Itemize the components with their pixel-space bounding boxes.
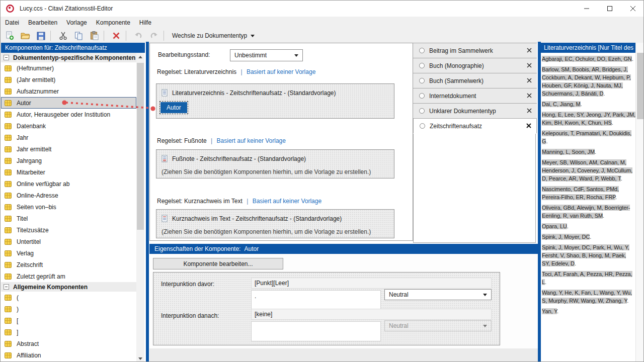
sidebar-item-bracket-close[interactable]: ]: [1, 326, 136, 338]
scroll-up-icon[interactable]: [136, 53, 144, 61]
sidebar-item-bracket-open[interactable]: [: [1, 315, 136, 326]
sidebar-item-aufsatznummer[interactable]: Aufsatznummer: [1, 85, 136, 97]
bib-entry[interactable]: Oliveira, GBd, Alewijn, M, Boerrigter-Ee…: [542, 204, 635, 220]
scrollbar-thumb[interactable]: [637, 53, 643, 119]
close-icon[interactable]: [527, 47, 532, 54]
sidebar-item-paren-open[interactable]: (: [1, 292, 136, 303]
tab-buch-monographie[interactable]: Buch (Monographie): [413, 58, 537, 73]
open-button[interactable]: [19, 30, 32, 42]
editing-status-select[interactable]: Unbestimmt: [230, 49, 303, 61]
menu-bearbeiten[interactable]: Bearbeiten: [24, 17, 62, 29]
maximize-button[interactable]: [598, 1, 621, 17]
save-button[interactable]: [34, 30, 47, 42]
punct-after-mode-select[interactable]: Neutral: [384, 320, 492, 331]
splitter-right[interactable]: [538, 42, 541, 362]
based-on-link[interactable]: Basiert auf keiner Vorlage: [253, 198, 321, 205]
sidebar-item-zeitschrift[interactable]: Zeitschrift: [1, 259, 136, 270]
radio-icon[interactable]: [419, 63, 425, 68]
menu-komponente[interactable]: Komponente: [92, 17, 135, 29]
autor-chip[interactable]: Autor: [159, 101, 188, 114]
radio-icon[interactable]: [419, 48, 425, 53]
paste-button[interactable]: [88, 30, 101, 42]
menu-hilfe[interactable]: Hilfe: [135, 17, 156, 29]
tab-beitrag-im-sammelwerk[interactable]: Beitrag im Sammelwerk: [413, 43, 537, 58]
bib-entry[interactable]: Dai, C, Jiang, M.: [542, 100, 635, 108]
sidebar-item-titel[interactable]: Titel: [1, 213, 136, 224]
minimize-button[interactable]: [575, 1, 598, 17]
bib-entry[interactable]: Meyer, SB, Wilson, AM, Calnan, M, Hender…: [542, 158, 635, 183]
switch-doc-type-dropdown[interactable]: Wechsle zu Dokumententyp: [172, 32, 255, 39]
edit-component-button[interactable]: Komponente bearbeiten...: [153, 258, 283, 269]
radio-icon[interactable]: [419, 93, 425, 99]
bib-entry[interactable]: Yan, Y.: [542, 307, 635, 315]
sidebar-item-online-adresse[interactable]: Online-Adresse: [1, 190, 136, 201]
based-on-link[interactable]: Basiert auf keiner Vorlage: [217, 137, 286, 144]
radio-icon[interactable]: [420, 123, 425, 129]
sidebar-item-heftnummer[interactable]: (Heftnummer): [1, 62, 136, 74]
sidebar-item-datenbank[interactable]: Datenbank: [1, 120, 136, 132]
sidebar-item-autor-herausgeber[interactable]: Autor, Herausgeber oder Institution: [1, 109, 136, 120]
punct-after-pattern[interactable]: [keine]: [251, 309, 492, 320]
scrollbar-thumb[interactable]: [137, 63, 144, 230]
collapse-icon[interactable]: [4, 55, 9, 60]
sidebar-item-jahr-ermittelt-p[interactable]: (Jahr ermittelt): [1, 74, 136, 85]
bib-entry[interactable]: Agbaraji, EC, Ochulor, DO, Ezeh, GN.: [542, 55, 635, 63]
punct-before-input[interactable]: .: [251, 290, 381, 311]
radio-icon[interactable]: [419, 78, 425, 83]
tab-unklarer-dokumententyp[interactable]: Unklarer Dokumententyp: [413, 103, 537, 118]
sidebar-item-titelzusaetze[interactable]: Titelzusätze: [1, 224, 136, 236]
bib-entry[interactable]: Barlow, SM, Boobis, AR, Bridges, J, Cock…: [542, 65, 635, 98]
sidebar-item-autor[interactable]: Autor: [1, 97, 136, 109]
tab-zeitschriftenaufsatz[interactable]: Zeitschriftenaufsatz: [413, 118, 537, 133]
based-on-link[interactable]: Basiert auf keiner Vorlage: [247, 68, 315, 75]
bib-entry[interactable]: Wang, Y, He, K, Fan, L, Wang, Y, Wu, S, …: [542, 289, 635, 305]
bib-entry[interactable]: Spink, J, Moyer, DC.: [542, 233, 635, 241]
bib-entry[interactable]: Hong, E, Lee, SY, Jeong, JY, Park, JM, K…: [542, 111, 635, 127]
radio-icon[interactable]: [419, 108, 425, 114]
close-icon[interactable]: [526, 123, 531, 130]
section-doc-specific[interactable]: Dokumententyp-spezifische Komponenten: [1, 53, 136, 62]
bib-entry[interactable]: Spink, J, Moyer, DC, Park, H, Wu, Y, Fer…: [542, 243, 635, 267]
tab-internetdokument[interactable]: Internetdokument: [413, 88, 537, 103]
close-icon[interactable]: [527, 62, 532, 69]
menu-datei[interactable]: Datei: [1, 17, 24, 29]
sidebar-item-online-verfuegbar[interactable]: Online verfügbar ab: [1, 178, 136, 190]
redo-button[interactable]: [147, 30, 160, 42]
bib-entry[interactable]: Opara, LU.: [542, 222, 635, 230]
close-button[interactable]: [621, 1, 644, 17]
menu-vorlage[interactable]: Vorlage: [62, 17, 92, 29]
sidebar-item-paren-close[interactable]: ): [1, 303, 136, 315]
bib-entry[interactable]: Toci, AT, Farah, A, Pezza, HR, Pezza, L.: [542, 270, 635, 286]
collapse-icon[interactable]: [4, 284, 9, 290]
punct-before-mode-select[interactable]: Neutral: [384, 289, 492, 300]
sidebar-item-verlag[interactable]: Verlag: [1, 247, 136, 259]
sidebar-item-zuletzt-geprueft[interactable]: Zuletzt geprüft am: [1, 270, 136, 282]
sidebar-item-abstract[interactable]: Abstract: [1, 338, 136, 349]
template-box-footnote[interactable]: Fußnote - Zeitschriftenaufsatz - (Standa…: [156, 149, 394, 178]
close-icon[interactable]: [527, 108, 532, 115]
new-style-button[interactable]: [3, 30, 16, 42]
sidebar-item-seiten-von-bis[interactable]: Seiten von–bis: [1, 201, 136, 213]
scroll-down-icon[interactable]: [136, 354, 144, 362]
template-box-bibliography[interactable]: Literaturverzeichnis - Zeitschriftenaufs…: [156, 83, 394, 119]
sidebar-item-mitarbeiter[interactable]: Mitarbeiter: [1, 166, 136, 178]
close-icon[interactable]: [527, 77, 532, 84]
bib-entry[interactable]: Nascimento, CdF, Santos, PMd, Pereira-Fi…: [542, 185, 635, 201]
sidebar-scrollbar[interactable]: [136, 53, 144, 362]
cut-button[interactable]: [56, 30, 69, 42]
punct-after-input[interactable]: [251, 321, 381, 341]
sidebar-item-jahrgang[interactable]: Jahrgang: [1, 155, 136, 166]
bibliography-scrollbar[interactable]: [635, 43, 644, 362]
splitter-left[interactable]: [146, 42, 149, 362]
sidebar-item-jahr[interactable]: Jahr: [1, 132, 136, 143]
close-icon[interactable]: [527, 93, 532, 100]
bib-entry[interactable]: Manning, L, Soon, JM.: [542, 148, 635, 156]
bib-entry[interactable]: Kelepouris, T, Pramatari, K, Doukidis, G…: [542, 129, 635, 145]
template-box-intext[interactable]: Kurznachweis im Text - Zeitschriftenaufs…: [156, 209, 394, 238]
copy-button[interactable]: [72, 30, 85, 42]
punct-before-pattern[interactable]: [Punkt][Leer]: [251, 278, 492, 289]
undo-button[interactable]: [132, 30, 145, 42]
tab-buch-sammelwerk[interactable]: Buch (Sammelwerk): [413, 73, 537, 88]
delete-button[interactable]: [110, 30, 123, 42]
sidebar-item-jahr-ermittelt[interactable]: Jahr ermittelt: [1, 143, 136, 155]
